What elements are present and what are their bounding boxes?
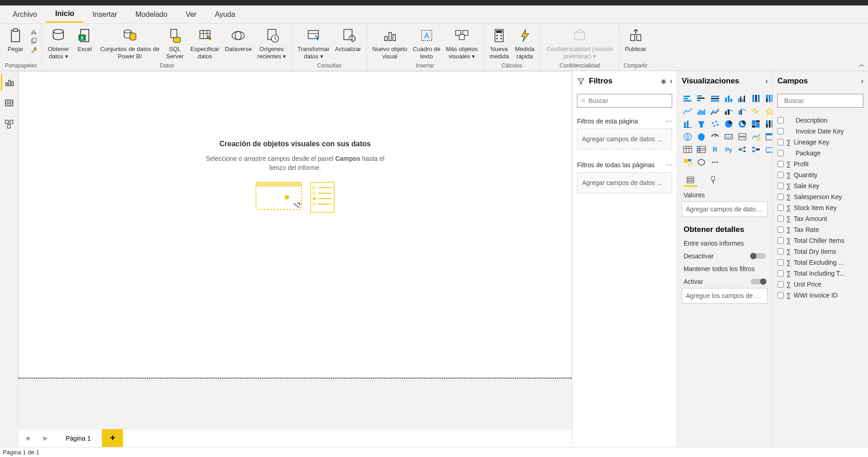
drill-fields-drop[interactable]: Agregue los campos de ob... — [682, 288, 768, 303]
field-item[interactable]: ∑Lineage Key — [776, 137, 864, 148]
field-checkbox[interactable] — [777, 270, 784, 277]
viz-stacked-column-100[interactable] — [750, 93, 762, 104]
new-visual-button[interactable]: Nuevo objeto visual — [370, 26, 410, 62]
field-item[interactable]: ∑Stock Item Key — [776, 202, 864, 213]
viz-clustered-column[interactable] — [736, 93, 748, 104]
page-tab-1[interactable]: Página 1 — [55, 430, 102, 447]
model-view-button[interactable] — [1, 116, 17, 132]
menu-tab-ayuda[interactable]: Ayuda — [206, 7, 245, 22]
filters-collapse-button[interactable]: › — [670, 77, 672, 85]
text-box-button[interactable]: A Cuadro de texto — [410, 26, 443, 62]
page-filters-more-button[interactable]: ⋯ — [666, 118, 672, 125]
field-item[interactable]: ∑Total Chiller Items — [776, 235, 864, 246]
field-checkbox[interactable] — [777, 292, 784, 298]
page-prev-button[interactable]: ◄ — [18, 429, 36, 447]
page-next-button[interactable]: ► — [36, 429, 55, 447]
field-item[interactable]: ∑Tax Rate — [776, 224, 864, 235]
filters-search[interactable] — [577, 94, 672, 108]
cross-report-toggle[interactable] — [751, 253, 766, 259]
field-checkbox[interactable] — [777, 194, 784, 200]
field-checkbox[interactable] — [777, 248, 784, 255]
viz-stacked-bar[interactable] — [682, 93, 694, 104]
report-canvas[interactable]: Creación de objetos visuales con sus dat… — [18, 71, 572, 378]
field-checkbox[interactable] — [777, 226, 784, 233]
copy-button[interactable] — [29, 37, 38, 45]
viz-line-column-clustered[interactable] — [736, 106, 748, 117]
field-checkbox[interactable] — [777, 161, 784, 167]
field-item[interactable]: ∑WWI Invoice ID — [776, 290, 864, 301]
viz-pie[interactable] — [682, 118, 694, 129]
field-checkbox[interactable] — [777, 237, 784, 244]
field-item[interactable]: ∑Unit Price — [776, 279, 864, 290]
viz-decomposition-tree[interactable]: R — [709, 144, 721, 155]
more-visuals-button[interactable]: Más objetos visuales ▾ — [443, 26, 480, 62]
viz-item-36[interactable] — [695, 157, 707, 168]
field-checkbox[interactable] — [777, 172, 784, 178]
cut-button[interactable] — [29, 28, 38, 36]
field-item[interactable]: ∑Total Dry Items — [776, 246, 864, 257]
viz-waterfall[interactable] — [750, 106, 762, 117]
menu-tab-insertar[interactable]: Insertar — [83, 7, 126, 22]
viz-treemap[interactable] — [709, 118, 721, 129]
viz-funnel[interactable] — [750, 118, 762, 129]
field-item[interactable]: Package — [776, 148, 864, 159]
viz-key-influencers[interactable] — [695, 144, 707, 155]
sql-server-button[interactable]: SQL Server — [162, 26, 188, 62]
viz-format-tab[interactable] — [706, 173, 720, 187]
viz-matrix[interactable] — [750, 131, 762, 142]
viz-stacked-area[interactable] — [709, 106, 721, 117]
paste-button[interactable]: Pegar — [3, 26, 28, 62]
menu-tab-archivo[interactable]: Archivo — [4, 7, 46, 22]
viz-multi-row-card[interactable] — [695, 131, 707, 142]
collapse-ribbon-button[interactable]: ︿ — [859, 61, 865, 69]
viz-area[interactable] — [695, 106, 707, 117]
viz-python-visual[interactable] — [682, 144, 694, 155]
pbi-datasets-button[interactable]: Conjuntos de datos de Power BI — [97, 26, 162, 62]
field-item[interactable]: ∑Total Including T... — [776, 268, 864, 279]
fields-search-input[interactable] — [784, 97, 864, 104]
enter-data-button[interactable]: Especificar datos — [188, 26, 222, 62]
field-checkbox[interactable] — [777, 128, 784, 134]
field-item[interactable]: ∑Tax Amount — [776, 213, 864, 224]
filters-search-input[interactable] — [588, 97, 668, 104]
fields-search[interactable] — [777, 94, 863, 108]
field-item[interactable]: Description — [776, 115, 864, 126]
viz-qa[interactable]: Py — [723, 144, 735, 155]
viz-paginated[interactable] — [750, 144, 762, 155]
field-checkbox[interactable] — [777, 139, 784, 145]
field-item[interactable]: ∑Profit — [776, 159, 864, 169]
viz-filled-map[interactable] — [736, 118, 748, 129]
viz-card[interactable] — [682, 131, 694, 142]
viz-slicer[interactable]: 123 — [723, 131, 735, 142]
page-filters-drop[interactable]: Agregar campos de datos ... — [577, 128, 672, 149]
format-painter-button[interactable] — [29, 46, 38, 54]
values-drop[interactable]: Agregar campos de datos a... — [682, 201, 768, 217]
viz-collapse-button[interactable]: › — [766, 77, 768, 85]
menu-tab-modelado[interactable]: Modelado — [126, 7, 176, 22]
field-item[interactable]: ∑Total Excluding ... — [776, 257, 864, 268]
viz-map[interactable] — [723, 118, 735, 129]
field-checkbox[interactable] — [777, 205, 784, 211]
viz-line[interactable] — [682, 106, 694, 117]
recent-sources-button[interactable]: Orígenes recientes ▾ — [255, 26, 289, 62]
publish-button[interactable]: Publicar — [622, 26, 649, 62]
viz-smart-narrative[interactable] — [736, 144, 748, 155]
excel-button[interactable]: X Excel — [72, 26, 97, 62]
menu-tab-ver[interactable]: Ver — [177, 7, 206, 22]
viz-stacked-bar-100[interactable] — [709, 93, 721, 104]
viz-fields-tab[interactable] — [684, 173, 697, 187]
get-data-button[interactable]: Obtener datos ▾ — [45, 26, 72, 62]
quick-measure-button[interactable]: Medida rápida — [512, 26, 537, 62]
menu-tab-inicio[interactable]: Inicio — [46, 6, 83, 23]
field-checkbox[interactable] — [777, 281, 784, 288]
viz-kpi[interactable] — [709, 131, 721, 142]
transform-data-button[interactable]: Transformar datos ▾ — [295, 26, 332, 62]
dataverse-button[interactable]: Dataverse — [222, 26, 255, 62]
field-item[interactable]: ∑Sale Key — [776, 180, 864, 191]
keep-filters-toggle[interactable] — [751, 279, 766, 284]
field-item[interactable]: Invoice Date Key — [776, 126, 864, 137]
data-view-button[interactable] — [1, 95, 17, 111]
viz-item-37[interactable] — [709, 157, 721, 168]
add-page-button[interactable]: + — [102, 429, 123, 447]
filters-visibility-button[interactable]: ◉ — [661, 77, 666, 85]
